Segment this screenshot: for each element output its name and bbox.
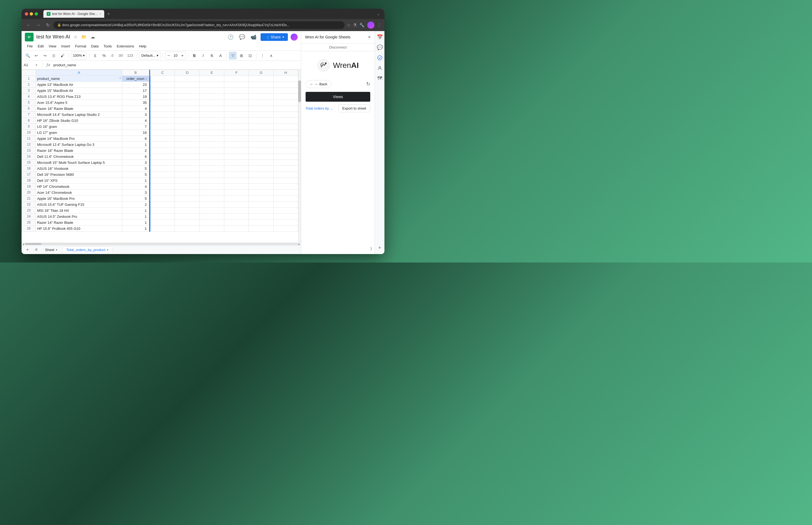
comments-icon[interactable]: 💬 (238, 33, 246, 42)
cell-d1[interactable] (175, 75, 200, 81)
bold-button[interactable]: B (190, 52, 198, 59)
cell-b[interactable]: 1 (122, 141, 149, 148)
cell-h[interactable] (273, 105, 298, 111)
cell-b[interactable]: 2 (122, 148, 149, 153)
wren-expand-button[interactable]: ⟩ (370, 246, 372, 251)
cell-b[interactable]: 35 (122, 100, 149, 105)
cell-c[interactable] (150, 118, 175, 123)
cell-h[interactable] (273, 201, 298, 207)
comments-panel-icon[interactable]: 💬 (376, 44, 383, 51)
cell-f[interactable] (224, 118, 249, 123)
cell-b[interactable]: 1 (122, 225, 149, 231)
collapse-toolbar-button[interactable]: ∧ (267, 52, 275, 59)
cell-h[interactable] (273, 165, 298, 171)
cell-g[interactable] (249, 201, 273, 207)
cell-g[interactable] (249, 190, 273, 195)
cell-c[interactable] (150, 135, 175, 141)
cell-g[interactable] (249, 171, 273, 178)
menu-file[interactable]: File (25, 43, 35, 49)
menu-format[interactable]: Format (73, 43, 88, 49)
tab-close-button[interactable]: × (99, 12, 101, 16)
cell-e[interactable] (200, 118, 224, 123)
cell-b[interactable]: 4 (122, 118, 149, 123)
cell-g[interactable] (249, 105, 273, 111)
add-icon[interactable]: + (376, 244, 383, 252)
cell-e[interactable] (200, 190, 224, 195)
cell-f[interactable] (224, 81, 249, 88)
cloud-icon[interactable]: ☁ (90, 33, 96, 40)
decrease-decimal-button[interactable]: .0 (109, 53, 115, 58)
fill-color-button[interactable]: ▽ (229, 52, 236, 59)
cell-c1[interactable] (150, 75, 175, 81)
menu-tools[interactable]: Tools (101, 43, 114, 49)
cell-f[interactable] (224, 148, 249, 153)
cell-a[interactable]: Acer 15.6" Aspire 5 (36, 100, 122, 105)
cell-f[interactable] (224, 225, 249, 231)
cell-f[interactable] (224, 171, 249, 178)
col-header-g[interactable]: G (249, 70, 273, 75)
cell-b[interactable]: 1 (122, 213, 149, 220)
cell-a[interactable]: Apple 14" MacBook Pro (36, 135, 122, 141)
cell-d[interactable] (175, 207, 200, 213)
export-to-sheet-button[interactable]: Export to sheet (338, 104, 370, 112)
cell-b[interactable]: 1 (122, 207, 149, 213)
cell-c[interactable] (150, 81, 175, 88)
cell-e[interactable] (200, 111, 224, 118)
cell-d[interactable] (175, 183, 200, 190)
cell-h[interactable] (273, 118, 298, 123)
cell-h[interactable] (273, 178, 298, 183)
cell-f[interactable] (224, 213, 249, 220)
cell-e[interactable] (200, 171, 224, 178)
cell-g[interactable] (249, 153, 273, 160)
cell-f[interactable] (224, 160, 249, 165)
font-family-select[interactable]: Default... ▾ (140, 52, 160, 59)
cell-g[interactable] (249, 178, 273, 183)
cell-e[interactable] (200, 178, 224, 183)
cell-g[interactable] (249, 183, 273, 190)
cell-c[interactable] (150, 123, 175, 130)
cell-h[interactable] (273, 141, 298, 148)
scrollbar-thumb[interactable] (25, 243, 42, 245)
cell-g[interactable] (249, 118, 273, 123)
cell-d[interactable] (175, 93, 200, 100)
cell-c[interactable] (150, 88, 175, 93)
new-tab-button[interactable]: + (105, 11, 112, 17)
cell-h[interactable] (273, 195, 298, 201)
cell-e[interactable] (200, 220, 224, 225)
cell-a[interactable]: ASUS 15.6" TUF Gaming F15 (36, 201, 122, 207)
cell-b[interactable]: 7 (122, 123, 149, 130)
document-title[interactable]: test for Wren AI (36, 34, 70, 40)
cell-a[interactable]: Microsoft 12.4" Surface Laptop Go 3 (36, 141, 122, 148)
close-window-button[interactable] (25, 12, 28, 16)
cell-a[interactable]: Microsoft 15" Multi-Touch Surface Laptop… (36, 160, 122, 165)
cell-a[interactable]: MSI 18" Titan 18 HX (36, 207, 122, 213)
menu-help[interactable]: Help (137, 43, 148, 49)
col-header-a[interactable]: A (36, 70, 122, 75)
cell-f[interactable] (224, 201, 249, 207)
url-display[interactable]: docs.google.com/spreadsheets/d/1AHiBqLw3… (62, 23, 290, 27)
cell-g[interactable] (249, 141, 273, 148)
text-color-button[interactable]: A (217, 52, 224, 59)
cell-b[interactable]: 17 (122, 88, 149, 93)
cell-h[interactable] (273, 213, 298, 220)
menu-data[interactable]: Data (89, 43, 101, 49)
percent-button[interactable]: % (100, 52, 108, 59)
cell-b[interactable]: 4 (122, 183, 149, 190)
zoom-select[interactable]: 100% ▾ (71, 52, 87, 59)
cell-g[interactable] (249, 88, 273, 93)
cell-a[interactable]: Razer 18" Razer Blade (36, 148, 122, 153)
check-icon[interactable] (376, 54, 383, 62)
strikethrough-button[interactable]: S (208, 52, 216, 59)
vertical-scrollbar-thumb[interactable] (298, 80, 301, 102)
cell-d[interactable] (175, 148, 200, 153)
star-icon[interactable]: ☆ (73, 33, 78, 40)
cell-f[interactable] (224, 165, 249, 171)
cell-e[interactable] (200, 130, 224, 135)
cell-f[interactable] (224, 123, 249, 130)
cell-g[interactable] (249, 111, 273, 118)
cell-h[interactable] (273, 183, 298, 190)
cell-g[interactable] (249, 165, 273, 171)
cell-c[interactable] (150, 93, 175, 100)
horizontal-scrollbar[interactable]: ◂ ▸ (21, 243, 301, 245)
sheet-tab-total-orders[interactable]: Total_orders_by_product ▾ (62, 246, 112, 253)
